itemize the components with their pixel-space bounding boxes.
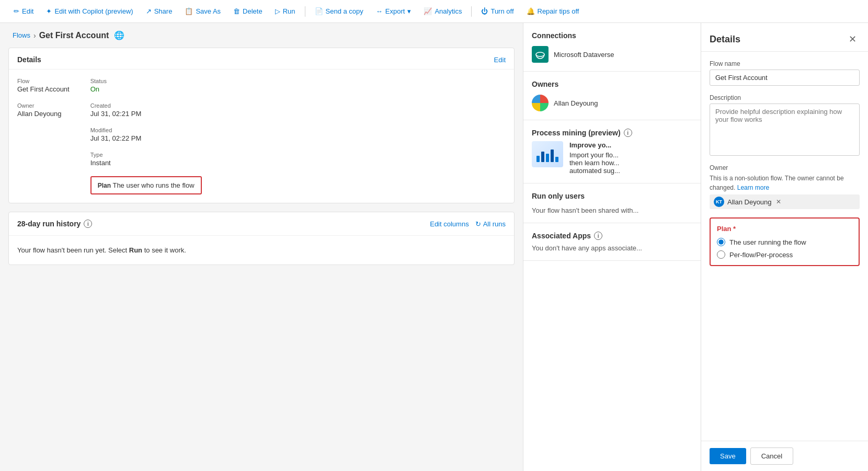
left-content: Flows › Get First Account 🌐 Details Edit… — [0, 23, 523, 471]
save-as-button[interactable]: 📋 Save As — [179, 4, 226, 18]
details-card-header: Details Edit — [9, 48, 514, 70]
turn-off-button[interactable]: ⏻ Turn off — [476, 4, 519, 18]
owner-tag-avatar: KT — [714, 197, 724, 207]
flow-name-field-group: Flow name — [710, 60, 860, 86]
plan-option1-item[interactable]: The user running the flow — [717, 238, 852, 246]
run-history-empty: Your flow hasn't been run yet. Select Ru… — [9, 236, 514, 265]
cancel-button[interactable]: Cancel — [750, 447, 793, 465]
modified-label: Modified — [90, 127, 202, 133]
right-panel: Connections Microsoft Dataverse Owners A… — [523, 23, 701, 471]
save-button[interactable]: Save — [710, 448, 746, 464]
connections-section: Connections Microsoft Dataverse — [523, 23, 701, 72]
owners-title: Owners — [532, 80, 692, 88]
close-icon: ✕ — [849, 34, 856, 44]
refresh-icon: ↻ — [475, 220, 481, 228]
breadcrumb-separator: › — [33, 31, 36, 40]
type-value: Instant — [90, 159, 202, 167]
associated-apps-info-icon[interactable]: i — [594, 232, 602, 240]
dataverse-icon — [532, 46, 549, 63]
share-button[interactable]: ↗ Share — [141, 4, 178, 18]
edit-icon: ✏ — [14, 7, 19, 15]
plan-option2-radio[interactable] — [717, 250, 725, 259]
bell-icon: 🔔 — [527, 7, 535, 15]
edit-copilot-button[interactable]: ✦ Edit with Copilot (preview) — [41, 4, 138, 18]
description-textarea[interactable] — [710, 104, 860, 156]
owner-tag-name: Allan Deyoung — [727, 198, 772, 206]
run-actions: Edit columns ↻ All runs — [430, 220, 506, 228]
flow-name-input[interactable] — [710, 70, 860, 86]
type-detail: Type Instant — [90, 152, 202, 167]
bar-3 — [546, 154, 549, 162]
breadcrumb-current: Get First Account — [39, 31, 109, 40]
process-mining-content-body: Import your flo...then learn how...autom… — [569, 151, 620, 175]
close-button[interactable]: ✕ — [846, 32, 860, 46]
details-panel-body: Flow name Description Owner This is a no… — [701, 52, 868, 441]
plan-value: The user who runs the flow — [112, 181, 194, 189]
bar-4 — [551, 150, 554, 162]
send-copy-button[interactable]: 📄 Send a copy — [310, 4, 369, 18]
separator2 — [471, 6, 472, 17]
globe-icon: 🌐 — [114, 30, 124, 40]
process-mining-title: Process mining (preview) — [532, 129, 621, 137]
details-edit-link[interactable]: Edit — [494, 56, 506, 64]
owner-item: Allan Deyoung — [532, 95, 692, 111]
created-value: Jul 31, 02:21 PM — [90, 110, 202, 118]
export-button[interactable]: ↔ Export ▾ — [371, 4, 417, 18]
analytics-button[interactable]: 📈 Analytics — [418, 4, 467, 18]
all-runs-button[interactable]: ↻ All runs — [475, 220, 506, 228]
flow-name-label: Flow name — [710, 60, 860, 67]
plan-option1-label: The user running the flow — [729, 238, 806, 246]
run-only-users-section: Run only users Your flow hasn't been sha… — [523, 183, 701, 223]
run-history-info-icon[interactable]: i — [84, 220, 92, 228]
owners-section: Owners Allan Deyoung — [523, 72, 701, 120]
run-icon: ▷ — [275, 7, 280, 15]
main-area: Flows › Get First Account 🌐 Details Edit… — [0, 23, 868, 471]
owner-avatar — [532, 95, 549, 111]
copilot-icon: ✦ — [46, 7, 52, 15]
modified-value: Jul 31, 02:22 PM — [90, 134, 202, 142]
toolbar: ✏ Edit ✦ Edit with Copilot (preview) ↗ S… — [0, 0, 868, 23]
repair-tips-button[interactable]: 🔔 Repair tips off — [521, 4, 585, 18]
created-detail: Created Jul 31, 02:21 PM — [90, 102, 202, 118]
connections-title: Connections — [532, 31, 692, 40]
plan-option1-radio[interactable] — [717, 238, 725, 246]
learn-more-link[interactable]: Learn more — [737, 184, 769, 191]
run-only-title: Run only users — [532, 192, 692, 200]
details-panel-title: Details — [710, 34, 740, 45]
edit-button[interactable]: ✏ Edit — [8, 4, 39, 18]
process-mining-info-icon[interactable]: i — [624, 129, 632, 137]
status-label: Status — [90, 78, 202, 84]
status-value: On — [90, 85, 202, 93]
associated-apps-title: Associated Apps — [532, 232, 591, 240]
plan-field-group: Plan * The user running the flow Per-flo… — [710, 217, 860, 266]
export-chevron-icon: ▾ — [407, 7, 411, 15]
owner-tag: KT Allan Deyoung ✕ — [710, 194, 860, 209]
owner-label: Owner — [17, 102, 70, 109]
analytics-icon: 📈 — [424, 7, 432, 15]
delete-icon: 🗑 — [233, 7, 240, 15]
owner-value: Allan Deyoung — [17, 110, 70, 118]
delete-button[interactable]: 🗑 Delete — [228, 4, 268, 18]
owner-tag-remove[interactable]: ✕ — [776, 198, 781, 205]
process-mining-text: Improve yo... Import your flo...then lea… — [569, 141, 620, 175]
details-card-title: Details — [17, 55, 41, 64]
bar-2 — [541, 152, 544, 162]
details-panel-header: Details ✕ — [701, 23, 868, 52]
process-mining-card: Improve yo... Import your flo...then lea… — [532, 141, 692, 175]
owner-field-label: Owner — [710, 164, 860, 171]
plan-radio-group: The user running the flow Per-flow/Per-p… — [717, 238, 852, 259]
run-button[interactable]: ▷ Run — [270, 4, 301, 18]
plan-label: Plan — [98, 182, 111, 189]
run-only-empty: Your flow hasn't been shared with... — [532, 206, 692, 214]
flow-label: Flow — [17, 78, 70, 84]
plan-field-label: Plan * — [717, 225, 852, 233]
plan-option2-item[interactable]: Per-flow/Per-process — [717, 250, 852, 259]
run-history-card: 28-day run history i Edit columns ↻ All … — [8, 212, 515, 265]
run-history-header: 28-day run history i Edit columns ↻ All … — [9, 212, 514, 236]
send-copy-icon: 📄 — [315, 7, 323, 15]
details-right-col: Status On Created Jul 31, 02:21 PM Modif… — [90, 78, 202, 194]
connection-item: Microsoft Dataverse — [532, 46, 692, 63]
plan-option2-label: Per-flow/Per-process — [729, 251, 793, 259]
edit-columns-button[interactable]: Edit columns — [430, 220, 469, 228]
breadcrumb-parent[interactable]: Flows — [13, 31, 30, 39]
